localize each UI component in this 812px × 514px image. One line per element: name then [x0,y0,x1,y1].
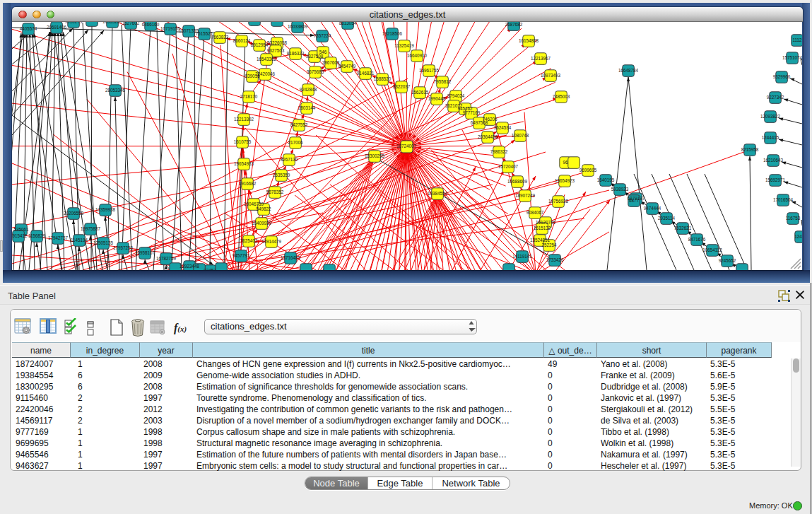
svg-text:217006: 217006 [288,140,303,145]
svg-text:18300295: 18300295 [365,153,385,158]
svg-text:1156829: 1156829 [28,233,46,238]
svg-text:535061: 535061 [13,227,29,232]
svg-text:17957255: 17957255 [113,245,134,250]
svg-text:10512321: 10512321 [82,22,102,23]
svg-text:3624534: 3624534 [494,125,512,130]
svg-text:9327508: 9327508 [306,54,324,59]
svg-text:10654112: 10654112 [702,247,722,252]
svg-text:9146821: 9146821 [357,71,375,76]
svg-text:15720407: 15720407 [498,164,519,169]
svg-text:16033809: 16033809 [288,24,308,29]
svg-text:10958107: 10958107 [135,250,155,255]
svg-text:9227342: 9227342 [767,95,784,100]
svg-text:9242848: 9242848 [300,87,317,92]
svg-text:1562615: 1562615 [411,90,429,95]
svg-text:96: 96 [563,160,568,165]
svg-text:6877: 6877 [629,198,640,203]
svg-text:549822: 549822 [256,206,271,211]
svg-text:17016504: 17016504 [773,197,794,202]
svg-text:1916682: 1916682 [239,181,257,186]
svg-text:19654923: 19654923 [555,178,575,183]
svg-text:19975887: 19975887 [81,226,101,231]
svg-text:19218506: 19218506 [382,31,403,36]
svg-text:1535359: 1535359 [273,173,290,177]
svg-text:16543362: 16543362 [257,57,277,62]
svg-text:2935114: 2935114 [658,216,676,221]
svg-text:9245652: 9245652 [719,258,736,263]
svg-text:7663822: 7663822 [211,35,229,40]
svg-text:10973493: 10973493 [541,73,561,78]
svg-text:11325419: 11325419 [394,43,414,48]
svg-text:1990448: 1990448 [428,96,446,101]
svg-text:9457791: 9457791 [233,253,250,258]
svg-text:9327503: 9327503 [267,48,285,53]
svg-text:2867608: 2867608 [322,60,340,65]
svg-text:20364436: 20364436 [478,134,498,139]
svg-text:1588520: 1588520 [374,76,392,81]
svg-text:9329966: 9329966 [773,74,791,79]
svg-text:16961755: 16961755 [419,68,440,73]
svg-text:2718170: 2718170 [240,94,258,99]
svg-text:10688609: 10688609 [507,179,528,184]
svg-text:9777169: 9777169 [463,110,481,115]
svg-text:12433: 12433 [794,234,802,239]
svg-text:2687682: 2687682 [505,22,523,27]
svg-text:8813054: 8813054 [339,22,357,25]
svg-text:9084067: 9084067 [526,210,544,215]
svg-text:8454749: 8454749 [339,64,356,69]
svg-text:5938923: 5938923 [611,187,629,192]
svg-text:12213302: 12213302 [234,117,254,122]
svg-text:7955812: 7955812 [434,79,452,84]
svg-text:1527602: 1527602 [122,22,140,25]
svg-text:7632621: 7632621 [674,226,692,230]
svg-text:9474444: 9474444 [644,206,661,211]
svg-text:6466160: 6466160 [142,22,160,27]
svg-text:746206: 746206 [482,117,498,122]
svg-text:2803144: 2803144 [298,105,316,110]
svg-text:546: 546 [319,49,327,54]
svg-text:4405574: 4405574 [20,26,37,31]
svg-text:1080748: 1080748 [512,133,529,138]
svg-text:7357224: 7357224 [314,33,331,38]
svg-text:8912954: 8912954 [251,42,269,47]
svg-text:13524851: 13524851 [530,238,551,243]
svg-text:18724007: 18724007 [396,144,417,148]
svg-text:9699695: 9699695 [579,168,597,173]
svg-text:9910279: 9910279 [65,22,83,24]
svg-text:9245?: 9245? [204,268,216,270]
svg-text:7485003: 7485003 [553,94,570,99]
svg-text:28053346: 28053346 [105,88,126,93]
svg-text:8322037: 8322037 [393,84,411,89]
svg-text:8427552: 8427552 [290,122,308,127]
svg-text:16154808: 16154808 [519,38,539,43]
svg-text:1112: 1112 [792,37,802,42]
svg-text:1244415: 1244415 [762,135,779,140]
svg-text:13716485: 13716485 [281,255,301,260]
svg-text:16210643: 16210643 [763,158,784,163]
svg-text:1733426: 1733426 [546,257,564,262]
svg-text:3675685: 3675685 [307,69,324,74]
svg-text:20691406: 20691406 [47,25,67,30]
svg-text:22420046: 22420046 [255,71,276,76]
svg-text:16120746: 16120746 [536,220,556,225]
svg-text:1610755: 1610755 [234,139,252,144]
svg-text:8267130: 8267130 [281,157,298,162]
svg-text:15751074: 15751074 [782,55,802,60]
svg-text:53226058: 53226058 [267,40,288,45]
svg-text:16640910: 16640910 [407,53,428,58]
svg-text:16409939: 16409939 [252,221,272,226]
svg-text:16782759: 16782759 [156,256,177,261]
svg-text:5878352: 5878352 [266,189,284,194]
svg-text:12213967: 12213967 [531,56,551,61]
svg-text:14914479: 14914479 [261,239,282,244]
svg-text:7625402: 7625402 [240,238,258,243]
svg-text:15692971: 15692971 [765,177,786,182]
svg-text:8471676: 8471676 [688,237,706,242]
svg-text:12923448: 12923448 [180,264,200,269]
svg-text:9794024: 9794024 [447,93,465,98]
svg-text:17942737: 17942737 [48,235,69,240]
svg-text:18907249: 18907249 [515,193,536,198]
svg-text:12093822: 12093822 [760,114,781,119]
svg-text:8660124: 8660124 [233,38,251,43]
svg-text:8186323: 8186323 [287,51,305,56]
